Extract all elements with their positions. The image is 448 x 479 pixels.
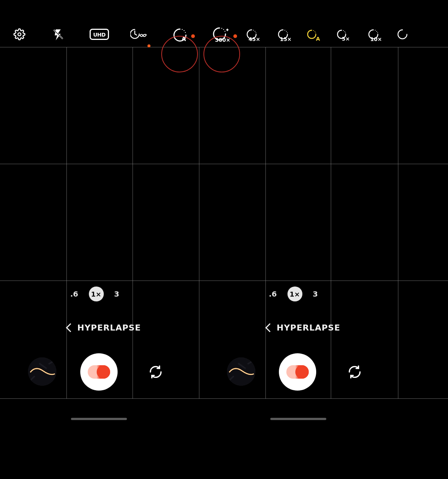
resolution-toggle[interactable]: UHD (86, 21, 113, 48)
svg-point-9 (223, 29, 224, 30)
svg-point-17 (313, 30, 314, 31)
camera-flip-button[interactable] (147, 364, 164, 380)
zoom-option[interactable]: .6 (70, 289, 78, 298)
uhd-icon: UHD (90, 29, 109, 40)
chevron-left-icon (66, 323, 75, 332)
record-duration-button[interactable] (126, 21, 152, 48)
speed-overflow-icon (396, 28, 407, 41)
svg-point-14 (284, 30, 285, 31)
zoom-selector[interactable]: .6 1× 3 (269, 287, 318, 301)
camera-flip-button[interactable] (346, 364, 363, 380)
speed-10x-icon: 10× (367, 28, 380, 41)
zoom-option-selected[interactable]: 1× (89, 287, 104, 301)
flip-icon (149, 365, 163, 379)
svg-point-12 (255, 31, 255, 32)
svg-text:UHD: UHD (93, 32, 105, 38)
svg-point-21 (345, 31, 345, 32)
svg-point-15 (286, 31, 287, 32)
home-indicator (270, 418, 326, 420)
shutter-button[interactable] (80, 353, 118, 391)
mode-selector[interactable]: HYPERLAPSE (267, 323, 340, 332)
mode-label: HYPERLAPSE (277, 323, 340, 332)
speed-auto-icon: A (172, 27, 187, 42)
svg-point-0 (18, 33, 21, 36)
svg-point-18 (315, 31, 315, 32)
mode-label: HYPERLAPSE (77, 323, 141, 332)
night-hyperlapse-speed-button[interactable]: 300× (206, 21, 236, 48)
flash-off-icon (52, 28, 64, 40)
thumbnail-image (28, 357, 56, 386)
speed-300x-icon: 300× (211, 26, 231, 43)
svg-point-5 (182, 29, 183, 30)
flash-toggle[interactable] (48, 21, 69, 48)
speed-option-5x[interactable]: 5× (332, 21, 352, 48)
record-indicator-icon (88, 365, 110, 379)
svg-point-10 (224, 31, 225, 32)
svg-point-19 (315, 33, 316, 34)
record-indicator-icon (286, 365, 309, 379)
zoom-option[interactable]: 3 (114, 289, 119, 298)
speed-5x-icon: 5× (336, 28, 348, 40)
change-indicator-dot (147, 44, 150, 47)
speed-45x-icon: 45× (245, 28, 259, 41)
gallery-thumbnail[interactable] (28, 357, 56, 386)
zoom-option[interactable]: .6 (269, 289, 277, 298)
home-indicator (71, 418, 127, 420)
svg-point-6 (184, 30, 184, 31)
svg-point-7 (185, 32, 186, 33)
gear-icon (13, 28, 25, 40)
speed-option-45x[interactable]: 45× (240, 21, 264, 48)
svg-point-24 (376, 31, 377, 32)
zoom-option-selected[interactable]: 1× (287, 287, 302, 301)
mode-selector[interactable]: HYPERLAPSE (67, 323, 141, 332)
speed-option-auto[interactable]: A (302, 21, 323, 48)
hyperlapse-speed-button[interactable]: A (164, 21, 194, 48)
svg-point-20 (343, 30, 344, 31)
gallery-thumbnail[interactable] (227, 357, 255, 386)
speed-option-10x[interactable]: 10× (362, 21, 385, 48)
svg-point-23 (375, 30, 376, 31)
svg-point-8 (221, 28, 222, 29)
speed-option-overflow[interactable] (394, 21, 409, 48)
speed-15x-icon: 15× (277, 28, 290, 41)
svg-point-16 (287, 32, 288, 33)
shutter-button[interactable] (279, 353, 316, 391)
zoom-selector[interactable]: .6 1× 3 (70, 287, 119, 301)
svg-point-13 (256, 32, 256, 33)
svg-point-11 (253, 30, 254, 31)
speed-option-15x[interactable]: 15× (272, 21, 295, 48)
svg-point-25 (377, 32, 378, 33)
thumbnail-image (227, 357, 255, 386)
zoom-option[interactable]: 3 (313, 289, 318, 298)
speed-auto-selected-icon: A (306, 28, 318, 40)
duration-infinity-icon (130, 28, 147, 41)
chevron-left-icon (265, 323, 274, 332)
flip-icon (348, 365, 362, 379)
settings-button[interactable] (9, 21, 30, 48)
svg-point-22 (345, 33, 346, 34)
